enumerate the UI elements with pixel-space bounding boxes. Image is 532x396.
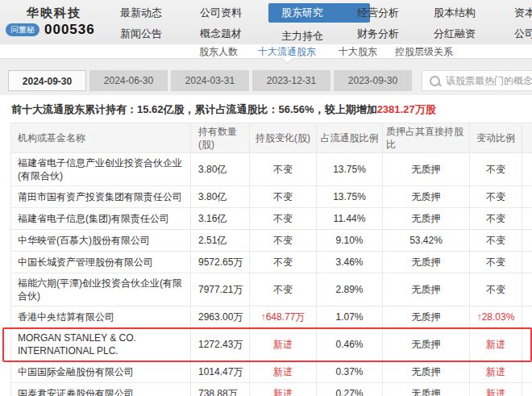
table-row[interactable]: 国泰君安证券股份有限公司738.88万新进0.27%无质押新进 [10,383,532,396]
holding-change-cell: ↑648.77万 [250,306,317,328]
nav-item-资本[interactable]: 资本 [514,6,532,20]
float-ratio-cell: 1.07% [317,306,383,328]
summary-text: 前十大流通股东累计持有： [11,103,137,115]
clipped-cell [522,361,532,383]
nav-item-概念题材[interactable]: 概念题材 [200,27,289,41]
table-row[interactable]: 香港中央结算有限公司2963.00万↑648.77万1.07%无质押↑28.03… [10,306,532,328]
nav-column: 资本公司 [514,0,532,41]
table-row[interactable]: 中华映管(百慕大)股份有限公司2.51亿不变9.10%53.42%不变 [10,230,532,252]
nav-item-最新动态[interactable]: 最新动态 [120,6,209,20]
date-band: 2024-09-302024-06-302024-03-312023-12-31… [0,59,532,95]
table-row[interactable]: 福建省电子信息产业创业投资合伙企业(有限合伙)3.80亿不变13.75%无质押不… [10,153,532,186]
float-ratio-cell: 0.27% [317,383,383,396]
move-ratio-cell: 不变 [470,208,522,230]
move-ratio-cell: 不变 [470,230,522,252]
holding-amount-cell: 3.16亿 [191,208,250,230]
nav-item-公司[interactable]: 公司 [514,27,532,41]
pledge-ratio-cell: 无质押 [383,383,470,396]
date-tab-2023-12-31[interactable]: 2023-12-31 [252,70,330,91]
subnav-item-股东人数[interactable]: 股东人数 [199,46,238,57]
nav-item-分红融资[interactable]: 分红融资 [434,27,522,41]
sub-nav: 股东人数十大流通股东十大股东控股层级关系 [0,44,532,59]
nav-column: 股本结构分红融资 [434,0,522,41]
pledge-ratio-cell: 无质押 [383,186,470,208]
float-ratio-cell: 9.10% [317,230,383,252]
move-ratio-cell: 不变 [470,252,522,273]
nav-column: 经营分析财务分析 [357,0,446,41]
table-row[interactable]: 福能六期(平潭)创业投资合伙企业(有限合伙)7977.21万不变2.89%无质押… [10,273,532,306]
date-tab-2024-06-30[interactable]: 2024-06-30 [89,70,168,91]
move-ratio-cell: 新进 [470,361,522,383]
move-ratio-cell: 不变 [470,153,522,186]
pledge-ratio-cell: 无质押 [383,153,470,186]
clipped-cell [522,252,532,273]
date-tab-2024-03-31[interactable]: 2024-03-31 [171,70,249,91]
nav-item-新闻公告[interactable]: 新闻公告 [120,27,209,41]
subnav-item-控股层级关系[interactable]: 控股层级关系 [395,46,453,57]
date-tabs: 2024-09-302024-06-302024-03-312023-12-31… [8,70,412,91]
holding-amount-cell: 1014.47万 [191,361,250,383]
holding-change-cell: 不变 [250,186,317,208]
holder-name-cell: 莆田市国有资产投资集团有限责任公司 [10,186,191,208]
top-header: 华映科技 问董秘 000536 最新动态新闻公告公司资料概念题材股东研究主力持仓… [0,0,532,44]
holdings-summary: 前十大流通股东累计持有：15.62亿股，累计占流通股比：56.56%，较上期增加… [0,95,532,123]
holding-amount-cell: 3.80亿 [191,153,250,186]
nav-item-财务分析[interactable]: 财务分析 [357,27,446,41]
float-ratio-cell: 11.44% [317,208,383,230]
pledge-ratio-cell: 无质押 [383,252,470,273]
holder-name-cell: 国泰君安证券股份有限公司 [10,383,191,396]
move-ratio-cell: 不变 [470,186,522,208]
nav-item-股东研究[interactable]: 股东研究 [268,3,370,23]
stock-code: 000536 [44,22,95,38]
holding-change-cell: 不变 [250,273,317,306]
date-tab-2023-09-30[interactable]: 2023-09-30 [334,70,412,91]
clipped-cell [522,208,532,230]
nav-item-经营分析[interactable]: 经营分析 [357,6,446,20]
pledge-ratio-cell: 无质押 [383,273,470,306]
move-ratio-cell: 新进 [470,383,522,396]
clipped-cell [522,328,532,361]
table-header-row: 机构或基金名称持有数量(股)持股变化(股)占流通股比例质押占其直接持股比变动比例 [10,123,532,153]
date-tab-2024-09-30[interactable]: 2024-09-30 [8,70,86,91]
pledge-ratio-cell: 无质押 [383,328,470,361]
summary-change: 2381.27万股 [377,103,436,115]
float-ratio-cell: 13.75% [317,186,383,208]
clipped-cell [522,306,532,328]
column-header: 质押占其直接持股比 [383,123,470,153]
holder-name-cell: MORGAN STANLEY & CO. INTERNATIONAL PLC. [10,328,191,361]
move-ratio-cell: 新进 [470,328,522,361]
stock-shareholder-page: 华映科技 问董秘 000536 最新动态新闻公告公司资料概念题材股东研究主力持仓… [0,0,532,396]
holding-change-cell: 不变 [250,153,317,186]
summary-total: 15.62亿股 [137,103,185,115]
subnav-item-十大股东[interactable]: 十大股东 [339,46,377,57]
holder-name-cell: 福建省电子信息(集团)有限责任公司 [10,208,191,230]
holder-name-cell: 香港中央结算有限公司 [10,306,191,328]
clipped-cell [522,186,532,208]
clipped-cell [522,153,532,186]
holding-amount-cell: 9572.65万 [191,252,250,273]
ask-secretary-badge[interactable]: 问董秘 [6,23,39,36]
column-header: 变动比例 [470,123,522,153]
pledge-ratio-cell: 无质押 [383,208,470,230]
content-panel: 前十大流通股东累计持有：15.62亿股，累计占流通股比：56.56%，较上期增加… [0,95,532,396]
float-ratio-cell: 0.46% [317,328,383,361]
holding-amount-cell: 738.88万 [191,383,250,396]
column-header-clipped [522,123,532,153]
column-header: 持有数量(股) [191,123,250,153]
table-row[interactable]: 福建省电子信息(集团)有限责任公司3.16亿不变11.44%无质押不变 [10,208,532,230]
search-input[interactable]: 该股票最热门的概念题材 [422,70,532,91]
table-row[interactable]: 莆田市国有资产投资集团有限责任公司3.80亿不变13.75%无质押不变 [10,186,532,208]
table-row[interactable]: 中国国际金融股份有限公司1014.47万新进0.37%无质押新进 [10,361,532,383]
holding-change-cell: 新进 [250,361,317,383]
holding-amount-cell: 1272.43万 [191,328,250,361]
holding-change-cell: 不变 [250,208,317,230]
float-ratio-cell: 13.75% [317,153,383,186]
holding-amount-cell: 2963.00万 [191,306,250,328]
table-row[interactable]: MORGAN STANLEY & CO. INTERNATIONAL PLC.1… [10,328,532,361]
table-row[interactable]: 中国长城资产管理股份有限公司9572.65万不变3.46%无质押不变 [10,252,532,273]
holder-name-cell: 中华映管(百慕大)股份有限公司 [10,230,191,252]
nav-item-股本结构[interactable]: 股本结构 [434,6,522,20]
shareholders-table: 机构或基金名称持有数量(股)持股变化(股)占流通股比例质押占其直接持股比变动比例… [10,123,532,396]
column-header: 持股变化(股) [250,123,317,153]
company-name: 华映科技 [27,6,81,21]
